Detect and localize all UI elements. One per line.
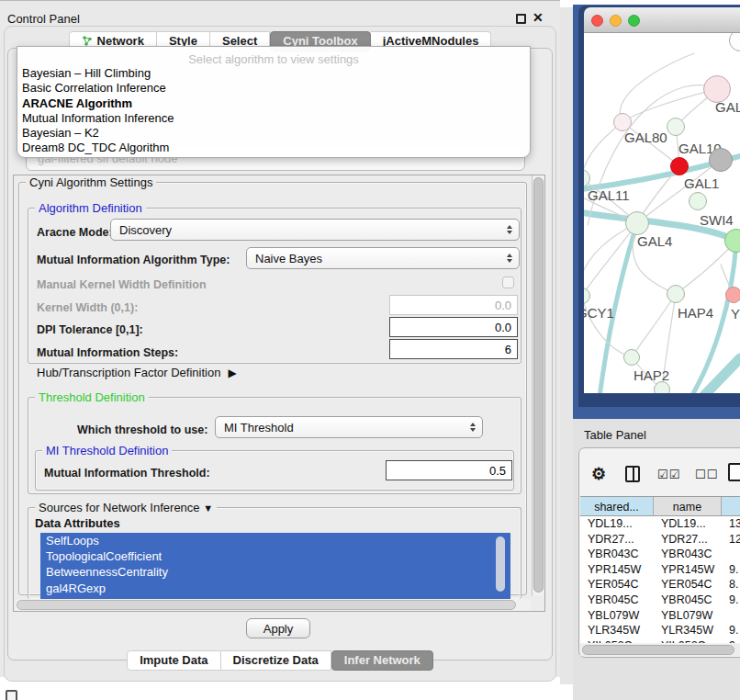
node-gal80[interactable] <box>613 113 632 131</box>
table-row[interactable]: YLR345WYLR345W9. <box>580 623 740 638</box>
table-horizontal-scrollbar[interactable] <box>580 644 740 656</box>
aracne-mode-combobox[interactable]: Discovery <box>110 219 520 241</box>
network-window-titlebar[interactable] <box>584 7 740 33</box>
node-hap4[interactable] <box>667 285 685 303</box>
scrollbar-thumb[interactable] <box>17 600 516 610</box>
attribute-item-selfloops[interactable]: SelfLoops <box>40 533 510 548</box>
apply-button[interactable]: Apply <box>246 618 310 638</box>
table-cell: 9 <box>722 638 740 643</box>
algorithm-option-aracne-algorithm[interactable]: ARACNE Algorithm <box>17 96 530 111</box>
table-cell: YBR045C <box>580 593 654 608</box>
scrollbar-thumb[interactable] <box>533 177 544 593</box>
settings-vertical-scrollbar[interactable] <box>532 175 544 596</box>
node-gal10[interactable] <box>667 118 685 136</box>
which-threshold-combobox[interactable]: MI Threshold <box>215 416 483 438</box>
table-cell: YLR345W <box>580 623 654 638</box>
algorithm-option-mutual-information-inference[interactable]: Mutual Information Inference <box>17 111 530 126</box>
mi-steps-input[interactable]: 6 <box>389 339 518 359</box>
table-row[interactable]: YER054CYER054C8. <box>580 577 740 593</box>
algorithm-option-bayesian-k2[interactable]: Bayesian – K2 <box>17 126 530 141</box>
scrollbar-thumb[interactable] <box>582 645 734 655</box>
tab-discretize-data[interactable]: Discretize Data <box>221 650 331 671</box>
table-cell: YBL079W <box>580 608 654 624</box>
node-hap2[interactable] <box>623 349 640 366</box>
dpi-tolerance-input[interactable]: 0.0 <box>389 317 518 337</box>
column-header-shared-name[interactable]: shared... <box>580 497 654 515</box>
node-gal4-label: GAL4 <box>637 233 672 249</box>
table-cell: YPR145W <box>580 562 654 578</box>
table-row[interactable]: YDL19...YDL19...13 <box>580 516 740 532</box>
node-gcy1-label: GCY1 <box>584 305 614 321</box>
table-cell: 9. <box>722 623 740 638</box>
table-cell: YBL079W <box>654 608 722 624</box>
manual-kernel-width-checkbox[interactable] <box>502 277 514 288</box>
network-view[interactable]: GALGAL80GAL10GAL1GAL11SWI4GAL4GCY1HAP4YH… <box>584 33 740 393</box>
mi-threshold-definition-title: MI Threshold Definition <box>42 444 172 457</box>
hub-transcription-factor-expander[interactable]: Hub/Transcription Factor Definition ▶ <box>37 366 237 379</box>
table-row[interactable]: YBR043CYBR043C <box>580 547 740 562</box>
column-layout-icon[interactable] <box>625 466 640 482</box>
algorithm-option-basic-correlation-inference[interactable]: Basic Correlation Inference <box>17 81 530 96</box>
tab-impute-data[interactable]: Impute Data <box>127 650 220 671</box>
close-traffic-light-icon[interactable] <box>591 15 603 27</box>
kernel-width-label: Kernel Width (0,1): <box>37 301 138 314</box>
node-gray[interactable] <box>709 148 733 172</box>
node-bottom-partial[interactable] <box>654 381 670 393</box>
column-header-partial[interactable] <box>722 497 740 515</box>
settings-horizontal-scrollbar[interactable] <box>15 599 531 611</box>
node-gal11-label: GAL11 <box>588 187 630 203</box>
aracne-mode-value: Discovery <box>119 223 172 237</box>
algorithm-option-bayesian-hill-climbing[interactable]: Bayesian – Hill Climbing <box>17 66 530 81</box>
export-table-icon[interactable] <box>728 463 740 481</box>
settings-gear-icon[interactable]: ⚙ <box>591 464 606 484</box>
panel-dock-icon[interactable] <box>6 690 17 700</box>
table-cell: YLR345W <box>654 623 722 638</box>
attribute-item-topologicalcoefficient[interactable]: TopologicalCoefficient <box>40 548 510 564</box>
table-cell: YBR043C <box>654 547 722 562</box>
table-cell: YDR27... <box>580 532 654 548</box>
table-cell: YER054C <box>654 577 722 593</box>
attribute-list-scrollbar[interactable] <box>496 536 505 592</box>
node-gal1[interactable] <box>670 157 689 175</box>
minimize-traffic-light-icon[interactable] <box>610 15 622 27</box>
mi-algorithm-type-combobox[interactable]: Naive Bayes <box>246 247 520 269</box>
kernel-width-input[interactable]: 0.0 <box>389 295 518 315</box>
dpi-tolerance-label: DPI Tolerance [0,1]: <box>37 323 143 336</box>
table-row[interactable]: YBR045CYBR045C9. <box>580 593 740 608</box>
aracne-mode-label: Aracne Mode: <box>37 226 113 239</box>
sources-group-title[interactable]: Sources for Network Inference ▼ <box>35 501 217 514</box>
threshold-definition-title: Threshold Definition <box>35 390 149 404</box>
table-row[interactable]: YBL079WYBL079W <box>580 608 740 624</box>
table-row[interactable]: YDR27...YDR27...12 <box>580 532 740 548</box>
network-edge <box>584 223 637 296</box>
table-panel-title: Table Panel <box>584 428 646 442</box>
tab-infer-network[interactable]: Infer Network <box>331 650 433 671</box>
close-icon[interactable]: ✕ <box>533 10 544 25</box>
algorithm-dropdown-list: Bayesian – Hill ClimbingBasic Correlatio… <box>17 66 530 156</box>
table-row[interactable]: YIL052CYIL052C9 <box>580 638 740 643</box>
network-edge <box>632 294 676 357</box>
zoom-traffic-light-icon[interactable] <box>628 15 640 27</box>
mi-algorithm-type-label: Mutual Information Algorithm Type: <box>37 254 230 266</box>
node-table: shared... name YDL19...YDL19...13YDR27..… <box>580 496 740 643</box>
panel-divider[interactable] <box>560 7 573 684</box>
algorithm-dropdown-popup: Select algorithm to view settings Bayesi… <box>17 46 531 158</box>
column-header-name[interactable]: name <box>654 497 722 515</box>
attribute-item-gal4rgexp[interactable]: gal4RGexp <box>40 581 510 596</box>
attribute-item-betweennesscentrality[interactable]: BetweennessCentrality <box>40 564 510 580</box>
algorithm-option-dream8-dc-tdc-algorithm[interactable]: Dream8 DC_TDC Algorithm <box>17 141 530 155</box>
node-gal4[interactable] <box>625 211 649 235</box>
float-window-icon[interactable] <box>516 14 526 24</box>
tab-label: Infer Network <box>344 653 420 667</box>
data-attributes-label: Data Attributes <box>35 516 120 530</box>
table-cell: YDR27... <box>654 532 722 548</box>
select-checkboxes-icon[interactable]: ☑☑ <box>657 468 680 481</box>
deselect-checkboxes-icon[interactable]: ☐☐ <box>695 468 718 481</box>
mi-threshold-input[interactable]: 0.5 <box>386 460 512 480</box>
table-row[interactable]: YPR145WYPR145W9. <box>580 562 740 578</box>
table-cell: YBR043C <box>580 547 654 562</box>
node-swi4[interactable] <box>689 192 707 210</box>
table-cell <box>722 608 740 624</box>
node-salmon-right[interactable] <box>725 287 740 303</box>
table-cell <box>722 547 740 562</box>
